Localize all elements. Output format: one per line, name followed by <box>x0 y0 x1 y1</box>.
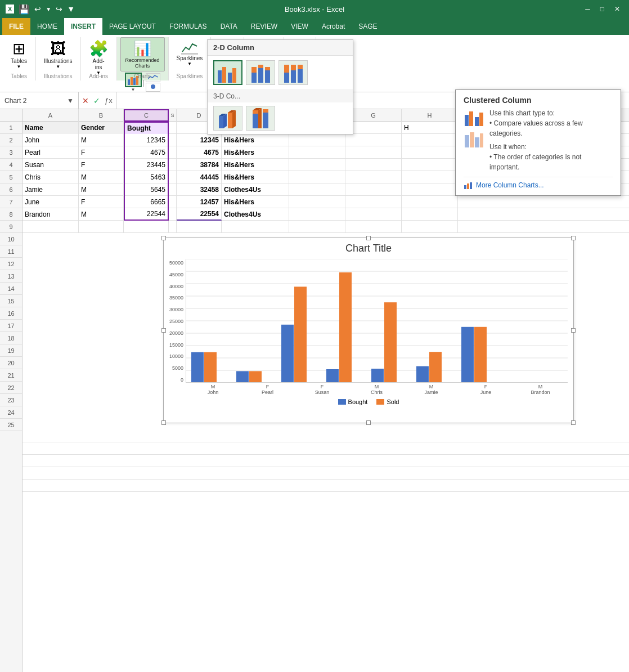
row-header-7[interactable]: 7 <box>0 196 22 208</box>
row-header-2[interactable]: 2 <box>0 134 22 146</box>
cell-d4[interactable]: 38784 <box>177 159 222 171</box>
row-header-8[interactable]: 8 <box>0 208 22 221</box>
cell-c9[interactable] <box>124 221 169 233</box>
tab-sage[interactable]: SAGE <box>352 18 384 35</box>
cell-g3[interactable] <box>345 146 402 159</box>
cell-h3[interactable] <box>402 146 458 159</box>
cell-h4[interactable] <box>402 159 458 171</box>
handle-ml[interactable] <box>161 328 166 333</box>
sparklines-dropdown[interactable]: ▼ <box>187 61 192 66</box>
tab-review[interactable]: REVIEW <box>244 18 284 35</box>
cell-g6[interactable] <box>345 183 402 196</box>
cell-e4[interactable]: His&Hers <box>222 159 289 171</box>
row-header-24[interactable]: 24 <box>0 406 22 419</box>
row-header-4[interactable]: 4 <box>0 159 22 171</box>
row-header-25[interactable]: 25 <box>0 419 22 431</box>
cell-s4[interactable] <box>169 159 177 171</box>
illustrations-button[interactable]: 🖼 Illustrations ▼ <box>39 37 77 71</box>
undo-icon[interactable]: ↩ <box>34 5 41 14</box>
cell-g4[interactable] <box>345 159 402 171</box>
row-header-20[interactable]: 20 <box>0 357 22 369</box>
cell-c6[interactable]: 5645 <box>124 183 169 196</box>
tab-pagelayout[interactable]: PAGE LAYOUT <box>102 18 163 35</box>
cell-b8[interactable]: M <box>79 208 124 221</box>
cell-d6[interactable]: 32458 <box>177 183 222 196</box>
row-header-23[interactable]: 23 <box>0 394 22 406</box>
cell-c4[interactable]: 23445 <box>124 159 169 171</box>
tables-dropdown-icon[interactable]: ▼ <box>17 64 21 69</box>
cell-s7[interactable] <box>169 196 177 208</box>
redo-icon[interactable]: ↪ <box>56 5 62 14</box>
col-header-s[interactable]: S <box>169 109 177 122</box>
cell-a5[interactable]: Chris <box>23 171 79 183</box>
addins-button[interactable]: 🧩 Add-ins ▼ <box>84 37 113 78</box>
cell-e8[interactable]: Clothes4Us <box>222 208 289 221</box>
cell-d3[interactable]: 4675 <box>177 146 222 159</box>
undo-dropdown-icon[interactable]: ▼ <box>46 6 51 12</box>
tables-button[interactable]: ⊞ Tables ▼ <box>6 37 32 71</box>
handle-mr[interactable] <box>571 328 576 333</box>
cell-b2[interactable]: M <box>79 134 124 146</box>
row-header-22[interactable]: 22 <box>0 382 22 394</box>
cell-c7[interactable]: 6665 <box>124 196 169 208</box>
row-header-19[interactable]: 19 <box>0 344 22 357</box>
recommended-charts-button[interactable]: 📊 RecommendedCharts <box>120 37 165 71</box>
cell-s3[interactable] <box>169 146 177 159</box>
cell-e7[interactable]: His&Hers <box>222 196 289 208</box>
function-icon[interactable]: ƒx <box>105 96 113 105</box>
embedded-chart[interactable]: Chart Title 50000 45000 40000 35000 3000… <box>163 238 574 423</box>
cell-f2[interactable] <box>289 134 345 146</box>
cell-d5[interactable]: 44445 <box>177 171 222 183</box>
row-header-1[interactable]: 1 <box>0 122 22 134</box>
cell-c8[interactable]: 22544 <box>124 208 169 221</box>
col-header-a[interactable]: A <box>23 109 79 122</box>
cell-s6[interactable] <box>169 183 177 196</box>
cell-a8[interactable]: Brandon <box>23 208 79 221</box>
handle-tl[interactable] <box>161 236 166 240</box>
save-icon[interactable]: 💾 <box>19 4 30 15</box>
cell-h5[interactable] <box>402 171 458 183</box>
cell-f8[interactable] <box>289 208 345 221</box>
cell-s1[interactable] <box>169 122 177 134</box>
cell-a4[interactable]: Susan <box>23 159 79 171</box>
cell-g2[interactable] <box>345 134 402 146</box>
sparklines-button[interactable]: Sparklines ▼ <box>172 37 208 69</box>
100percent-column-icon[interactable] <box>278 60 308 85</box>
illustrations-dropdown-icon[interactable]: ▼ <box>56 64 60 69</box>
confirm-formula-icon[interactable]: ✓ <box>93 96 100 105</box>
cell-e3[interactable]: His&Hers <box>222 146 289 159</box>
cell-e5[interactable]: His&Hers <box>222 171 289 183</box>
close-button[interactable]: ✕ <box>611 4 623 14</box>
3d-clustered-icon[interactable] <box>213 106 242 131</box>
cell-a9[interactable] <box>23 221 79 233</box>
tab-data[interactable]: DATA <box>214 18 244 35</box>
minimize-button[interactable]: ─ <box>582 4 594 14</box>
more-charts-link[interactable]: More Column Charts... <box>464 177 613 190</box>
cell-g8[interactable] <box>345 208 402 221</box>
handle-bc[interactable] <box>366 420 371 425</box>
cell-h2[interactable] <box>402 134 458 146</box>
row-header-16[interactable]: 16 <box>0 307 22 320</box>
cell-h7[interactable] <box>402 196 458 208</box>
name-box-dropdown-icon[interactable]: ▼ <box>67 97 74 105</box>
row-header-13[interactable]: 13 <box>0 270 22 283</box>
row-header-15[interactable]: 15 <box>0 295 22 307</box>
cell-b5[interactable]: M <box>79 171 124 183</box>
3d-stacked-icon[interactable] <box>246 106 275 131</box>
cell-a7[interactable]: June <box>23 196 79 208</box>
cell-s5[interactable] <box>169 171 177 183</box>
row-header-12[interactable]: 12 <box>0 258 22 270</box>
row-header-14[interactable]: 14 <box>0 283 22 295</box>
row-header-11[interactable]: 11 <box>0 245 22 258</box>
cell-c5[interactable]: 5463 <box>124 171 169 183</box>
tab-insert[interactable]: INSERT <box>64 18 102 35</box>
maximize-button[interactable]: □ <box>597 4 608 14</box>
cell-b6[interactable]: M <box>79 183 124 196</box>
tab-home[interactable]: HOME <box>30 18 64 35</box>
cell-a1[interactable]: Name <box>23 122 79 134</box>
tab-file[interactable]: FILE <box>2 18 30 35</box>
row-header-17[interactable]: 17 <box>0 320 22 332</box>
col-header-g[interactable]: G <box>345 109 402 122</box>
cell-a2[interactable]: John <box>23 134 79 146</box>
cell-c1[interactable]: Bought <box>124 122 169 134</box>
